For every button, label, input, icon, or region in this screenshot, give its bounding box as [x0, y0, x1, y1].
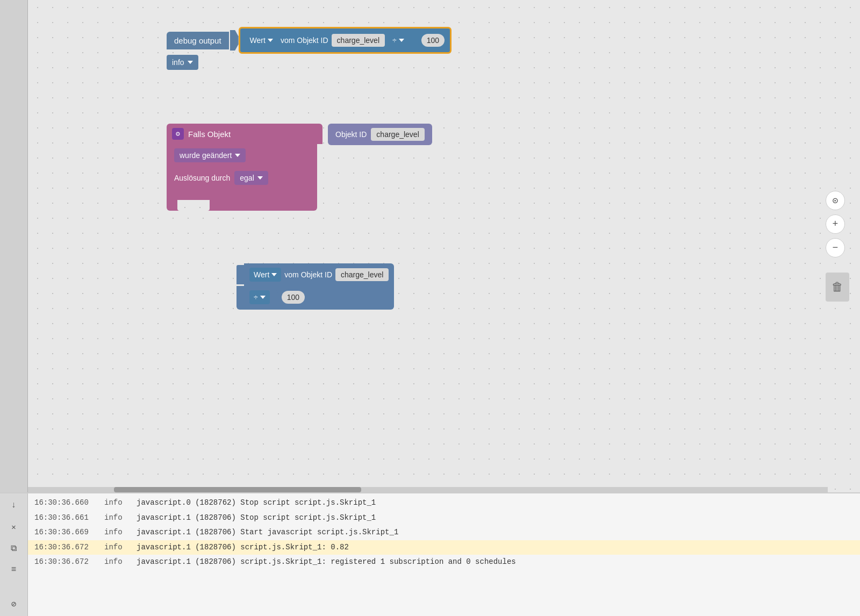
canvas-area: ⊙ + − 🗑 debug output Wert vom Objekt ID …: [0, 0, 860, 492]
horizontal-scrollbar-thumb[interactable]: [114, 487, 361, 492]
objekt-id-block: Objekt ID charge_level: [328, 124, 432, 145]
log-time-4: 16:30:36.672: [34, 542, 104, 553]
operator-arrow-2: [260, 296, 266, 299]
wert-pill[interactable]: Wert: [246, 33, 277, 47]
log-message-3: javascript.1 (1828706) Start javascript …: [137, 527, 398, 538]
log-panel: ↓ ✕ ⧉ ≡ ⊘ 16:30:36.660 info javascript.0…: [0, 492, 860, 616]
falls-bottom: [167, 189, 317, 211]
objekt-id-value[interactable]: charge_level: [371, 128, 424, 141]
target-button[interactable]: ⊙: [826, 191, 845, 210]
number-field-2[interactable]: 100: [282, 291, 305, 304]
info-arrow-debug: [188, 61, 193, 64]
log-message-2: javascript.1 (1828706) Stop script scrip…: [137, 513, 376, 524]
gear-icon[interactable]: ⚙: [172, 128, 184, 140]
operator-label-2: ÷: [254, 293, 258, 302]
falls-header: ⚙ Falls Objekt: [167, 124, 322, 144]
log-level-1: info: [104, 498, 137, 508]
info-block-debug[interactable]: info: [167, 55, 198, 70]
log-row-1: 16:30:36.660 info javascript.0 (1828762)…: [28, 496, 860, 511]
log-row-4: 16:30:36.672 info javascript.1 (1828706)…: [28, 540, 860, 555]
log-level-5: info: [104, 557, 137, 568]
log-time-3: 16:30:36.669: [34, 527, 104, 538]
log-download-icon[interactable]: ↓: [6, 498, 22, 513]
wert-label: Wert: [250, 36, 266, 45]
object-id-field-2[interactable]: charge_level: [335, 268, 389, 281]
log-nofilter-icon[interactable]: ⊘: [6, 597, 22, 612]
operator-block-debug[interactable]: ÷: [388, 33, 408, 47]
log-time-5: 16:30:36.672: [34, 557, 104, 568]
log-row-2: 16:30:36.661 info javascript.1 (1828706)…: [28, 511, 860, 526]
log-list-icon[interactable]: ≡: [6, 562, 22, 577]
log-level-3: info: [104, 527, 137, 538]
condition-label: wurde geändert: [180, 151, 232, 160]
falls-notch: [177, 200, 210, 211]
falls-trigger-row: Auslösung durch egal: [167, 167, 317, 189]
trash-button[interactable]: 🗑: [826, 273, 849, 302]
trash-icon: 🗑: [832, 280, 843, 295]
log-message-5: javascript.1 (1828706) script.js.Skript_…: [137, 557, 516, 568]
log-clear-icon[interactable]: ✕: [6, 519, 22, 534]
falls-objekt-block: ⚙ Falls Objekt wurde geändert Auslösung …: [167, 124, 325, 211]
log-level-2: info: [104, 513, 137, 524]
operator-block-2[interactable]: ÷: [249, 290, 270, 304]
target-icon: ⊙: [833, 195, 838, 206]
wert-label-2: Wert: [254, 270, 269, 279]
wert-arrow-2: [271, 273, 277, 276]
wert-dropdown-arrow: [268, 39, 273, 42]
wurde-geaendert-dropdown[interactable]: wurde geändert: [174, 148, 246, 162]
zoom-out-button[interactable]: −: [826, 238, 845, 257]
egal-dropdown[interactable]: egal: [234, 171, 268, 185]
vom-text-2: vom Objekt ID: [284, 270, 332, 279]
falls-label: Falls Objekt: [188, 130, 231, 139]
operator-arrow-debug: [399, 39, 404, 42]
falls-condition-row: wurde geändert: [167, 144, 317, 167]
log-row-3: 16:30:36.669 info javascript.1 (1828706)…: [28, 525, 860, 540]
info-label-debug: info: [172, 58, 184, 67]
plus-icon: +: [833, 219, 838, 230]
log-message-4: javascript.1 (1828706) script.js.Skript_…: [137, 542, 349, 553]
trigger-value-label: egal: [240, 174, 254, 182]
log-row-5: 16:30:36.672 info javascript.1 (1828706)…: [28, 555, 860, 570]
horizontal-scrollbar-track[interactable]: [28, 487, 828, 492]
log-sidebar: ↓ ✕ ⧉ ≡ ⊘: [0, 493, 28, 616]
objekt-id-label: Objekt ID: [335, 130, 367, 139]
log-time-2: 16:30:36.661: [34, 513, 104, 524]
trigger-arrow: [257, 176, 263, 180]
log-content: 16:30:36.660 info javascript.0 (1828762)…: [28, 493, 860, 616]
right-controls: ⊙ + − 🗑: [826, 191, 849, 302]
debug-output-label: debug output: [167, 32, 229, 49]
log-level-4: info: [104, 542, 137, 553]
vom-text: vom Objekt ID: [281, 36, 328, 45]
zoom-in-button[interactable]: +: [826, 214, 845, 234]
number-field-debug[interactable]: 100: [421, 34, 445, 47]
wert-pill-2[interactable]: Wert: [249, 268, 281, 282]
minus-icon: −: [833, 242, 838, 253]
log-time-1: 16:30:36.660: [34, 498, 104, 508]
expression-block-debug: Wert vom Objekt ID charge_level ÷ 100: [239, 27, 452, 54]
ausloesung-label: Auslösung durch: [174, 174, 230, 182]
expression-block-2: Wert vom Objekt ID charge_level ÷ 100: [236, 263, 394, 310]
debug-output-block: debug output Wert vom Objekt ID charge_l…: [167, 27, 452, 70]
object-id-field-debug[interactable]: charge_level: [332, 34, 385, 47]
log-copy-icon[interactable]: ⧉: [6, 541, 22, 556]
operator-label-debug: ÷: [392, 36, 397, 45]
left-sidebar: [0, 0, 28, 492]
log-message-1: javascript.0 (1828762) Stop script scrip…: [137, 498, 376, 508]
condition-arrow: [235, 154, 240, 157]
